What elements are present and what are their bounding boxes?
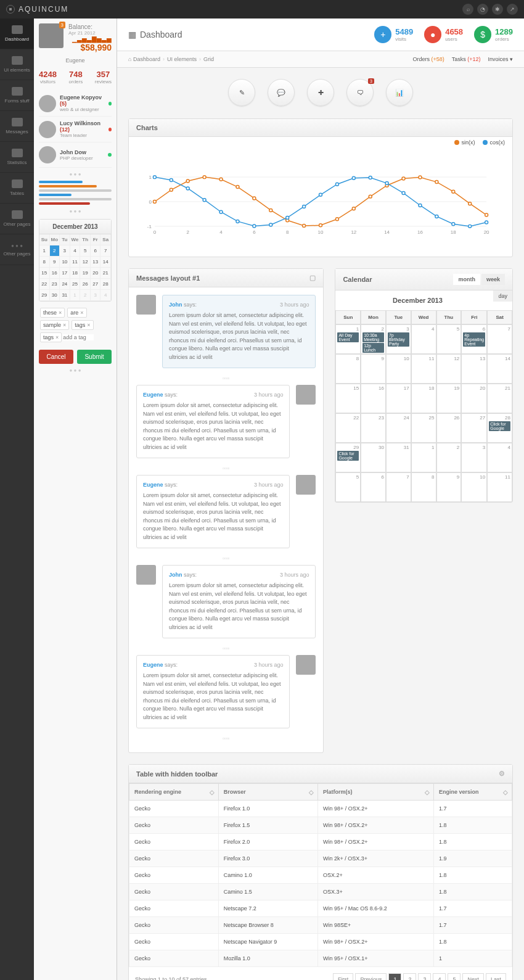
sidenav-item-5[interactable]: Tables [0, 173, 34, 204]
breadcrumb-item[interactable]: UI elements [167, 56, 197, 62]
cal2-cell[interactable]: 10 [386, 354, 411, 384]
cal-tab-week[interactable]: week [481, 274, 505, 285]
tag-remove-icon[interactable]: × [63, 322, 66, 328]
cal2-cell[interactable]: 10 [461, 472, 487, 502]
cal2-cell[interactable]: 25 [411, 413, 436, 443]
top-gear-icon[interactable]: ✱ [492, 4, 503, 15]
pager-btn[interactable]: 4 [433, 973, 446, 980]
header-stat[interactable]: ●4658users [424, 26, 463, 43]
cal2-cell[interactable]: 31 [386, 443, 411, 472]
sidenav-item-1[interactable]: UI elements [0, 49, 34, 80]
table-header[interactable]: Rendering engine◇ [129, 784, 219, 801]
top-share-icon[interactable]: ↗ [507, 4, 518, 15]
tag[interactable]: sample× [40, 320, 69, 330]
action-edit-icon[interactable]: ✎ [228, 79, 255, 106]
cal-event[interactable]: Click for Google [489, 421, 510, 431]
cal2-cell[interactable]: 64p Repeating Event [461, 324, 487, 354]
msg-author[interactable]: Eugene [143, 482, 163, 488]
cal-day[interactable]: 21 [100, 268, 111, 279]
cal2-cell[interactable]: 14 [487, 354, 512, 384]
cal-day[interactable]: 8 [39, 257, 50, 268]
sidenav-item-2[interactable]: Forms stuff [0, 80, 34, 111]
sort-icon[interactable]: ◇ [210, 789, 215, 796]
user-avatar[interactable]: 3 [39, 23, 63, 48]
pager-btn[interactable]: 3 [418, 973, 431, 980]
cal-day[interactable]: 10 [60, 257, 70, 268]
table-header[interactable]: Browser◇ [218, 784, 317, 801]
message-avatar[interactable] [296, 475, 316, 495]
msg-author[interactable]: John [169, 572, 182, 578]
header-stat[interactable]: +5489visits [374, 26, 413, 43]
action-chat-icon[interactable]: 💬 [268, 79, 295, 106]
sort-icon[interactable]: ◇ [309, 789, 314, 796]
cal-day[interactable]: 1 [39, 245, 50, 257]
cal2-cell[interactable]: 9 [361, 354, 386, 384]
action-comment-icon[interactable]: 🗨3 [346, 79, 374, 106]
cal2-cell[interactable]: 26 [436, 413, 462, 443]
sort-icon[interactable]: ◇ [425, 789, 430, 796]
tag[interactable]: these× [40, 308, 65, 318]
cal2-cell[interactable]: 1 [411, 443, 436, 472]
cal2-cell[interactable]: 3 [461, 443, 487, 472]
sidenav-more[interactable]: ● ● ●Other pages [0, 234, 34, 265]
top-search-icon[interactable]: ⌕ [462, 4, 473, 15]
cal-day[interactable]: 14 [100, 257, 111, 268]
crumb-action[interactable]: Orders (+58) [412, 56, 444, 62]
cal2-cell[interactable]: 9 [436, 472, 462, 502]
cal2-cell[interactable]: 8 [411, 472, 436, 502]
cal2-cell[interactable]: 5 [436, 324, 462, 354]
sidenav-item-3[interactable]: Messages [0, 111, 34, 142]
cal-day[interactable]: 4 [100, 290, 111, 301]
brand-logo[interactable]: AQUINCUM [6, 5, 68, 14]
user-row[interactable]: John Dow PHP developer [39, 142, 112, 168]
msg-author[interactable]: Eugene [143, 392, 163, 398]
home-icon[interactable]: ⌂ [128, 56, 131, 62]
day-button[interactable]: day [493, 290, 512, 302]
cal-day[interactable]: 23 [50, 279, 60, 290]
cal2-cell[interactable]: 11 [411, 354, 436, 384]
cal2-cell[interactable]: 30 [361, 443, 386, 472]
sort-icon[interactable]: ◇ [503, 789, 508, 796]
cal2-cell[interactable]: 6 [361, 472, 386, 502]
cal2-cell[interactable]: 28Click for Google [487, 413, 512, 443]
cal2-cell[interactable]: 29Click for Google [335, 443, 361, 472]
tag-remove-icon[interactable]: × [80, 310, 83, 316]
crumb-action[interactable]: Invoices ▾ [488, 56, 513, 62]
cal2-cell[interactable]: 19 [436, 384, 462, 413]
cal-day[interactable]: 5 [80, 245, 91, 257]
header-stat[interactable]: $1289orders [474, 26, 513, 43]
cal-day[interactable]: 3 [60, 245, 70, 257]
cal-day[interactable]: 29 [39, 290, 50, 301]
cal2-cell[interactable]: 4 [411, 324, 436, 354]
cal-day[interactable]: 16 [50, 268, 60, 279]
tag[interactable]: tags× [72, 320, 93, 330]
pager-btn[interactable]: Next [462, 973, 484, 980]
cal2-cell[interactable]: 17 [386, 384, 411, 413]
tag-remove-icon[interactable]: × [59, 310, 62, 316]
cal2-cell[interactable]: 7 [487, 324, 512, 354]
cal-day[interactable]: 26 [80, 279, 91, 290]
message-avatar[interactable] [136, 295, 156, 315]
cal2-cell[interactable]: 13 [461, 354, 487, 384]
cal2-cell[interactable]: 37p Birthday Party [386, 324, 411, 354]
cal-day[interactable]: 1 [70, 290, 81, 301]
cal-event[interactable]: Click for Google [337, 451, 359, 461]
cal2-cell[interactable]: 21 [487, 384, 512, 413]
cal-day[interactable]: 15 [39, 268, 50, 279]
cal-day[interactable]: 22 [39, 279, 50, 290]
gear-icon[interactable]: ⚙ [499, 770, 505, 778]
breadcrumb-item[interactable]: Grid [203, 56, 214, 62]
tag-input[interactable] [63, 334, 94, 340]
msg-author[interactable]: Eugene [143, 662, 163, 668]
cal-day[interactable]: 18 [70, 268, 81, 279]
cal-event[interactable]: 4p Repeating Event [463, 332, 485, 347]
action-plus-icon[interactable]: ✚ [307, 79, 334, 106]
cal-day[interactable]: 4 [70, 245, 81, 257]
cal2-cell[interactable]: 12 [436, 354, 462, 384]
cal2-cell[interactable]: 8 [335, 354, 361, 384]
submit-button[interactable]: Submit [77, 350, 112, 364]
cal-day[interactable]: 20 [91, 268, 101, 279]
msg-author[interactable]: John [169, 302, 182, 308]
table-header[interactable]: Engine version◇ [434, 784, 512, 801]
cal2-cell[interactable]: 7 [386, 472, 411, 502]
